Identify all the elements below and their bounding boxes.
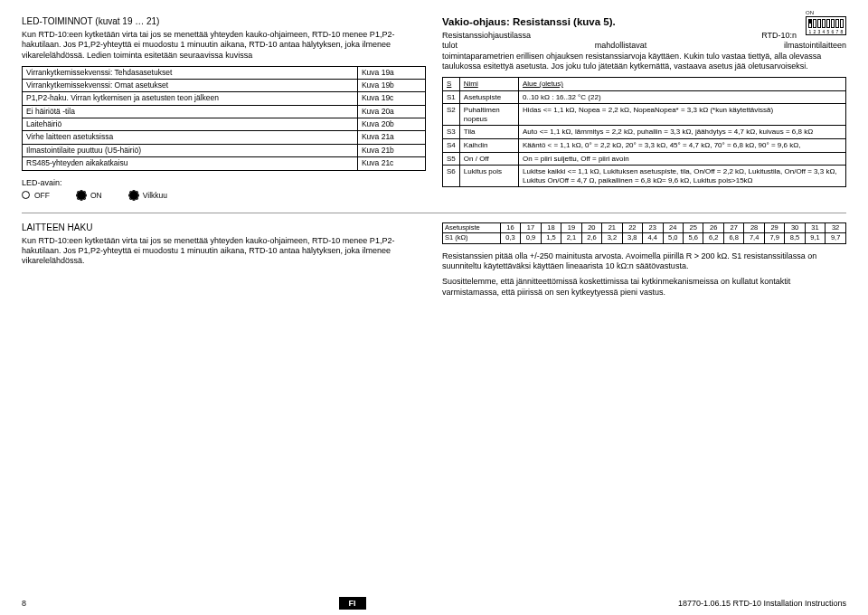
doc-id: 18770-1.06.15 RTD-10 Installation Instru… xyxy=(678,599,846,608)
para-led: Kun RTD-10:een kytketään virta tai jos s… xyxy=(22,30,426,61)
resistance-para: ResistanssiohjaustilassaRTD-10:n tulotma… xyxy=(442,31,846,71)
resistance-control-title: Vakio-ohjaus: Resistanssi (kuva 5). xyxy=(442,16,846,27)
led-seq-table: Virrankytkemissekvenssi: Tehdasasetukset… xyxy=(22,66,426,171)
section-heading-search: LAITTEEN HAKU xyxy=(22,222,426,232)
led-legend: OFF ON Vilkkuu xyxy=(22,191,426,200)
page-footer: 8 FI 18770-1.06.15 RTD-10 Installation I… xyxy=(22,597,846,610)
para-contacts: Suosittelemme, että jännitteettömissä ko… xyxy=(442,277,846,298)
led-key-heading: LED-avain: xyxy=(22,178,426,187)
setpoint-table: Asetuspiste16171819202122232425262728293… xyxy=(442,222,846,244)
settings-table: SNimiAlue (oletus) S1Asetuspiste0..10 kΩ… xyxy=(442,77,846,187)
led-blink-icon xyxy=(129,191,138,200)
section-divider xyxy=(22,213,846,213)
lang-badge: FI xyxy=(339,597,366,610)
para-resistance-tol: Resistanssien pitää olla +/-250 mainitus… xyxy=(442,251,846,272)
dip-switch-icon: ON 1 2 3 4 5 6 7 8 xyxy=(800,16,846,35)
led-on-icon xyxy=(77,191,86,200)
para-search: Kun RTD-10:een kytketään virta tai jos s… xyxy=(22,236,426,267)
page-number: 8 xyxy=(22,599,26,608)
led-off-icon xyxy=(22,191,30,199)
section-heading-led: LED-TOIMINNOT (kuvat 19 … 21) xyxy=(22,16,426,26)
